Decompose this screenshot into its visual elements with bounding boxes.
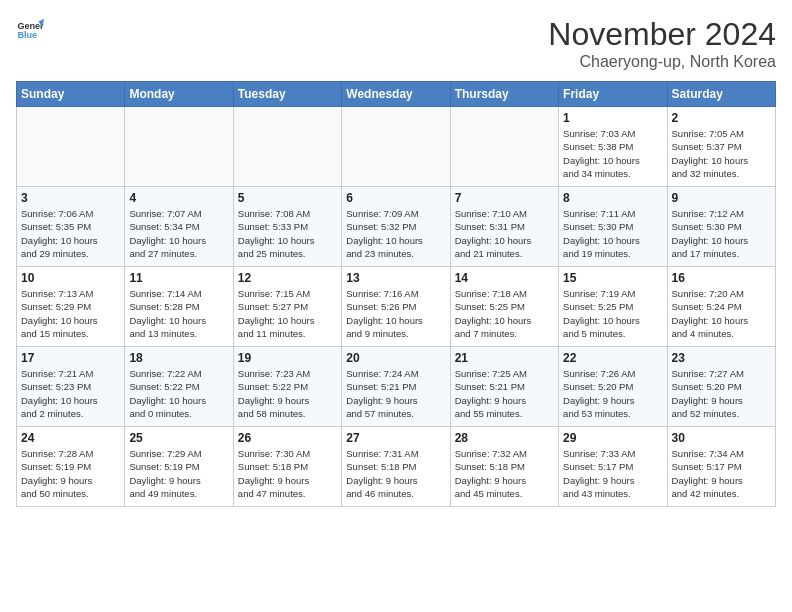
day-info: Sunrise: 7:10 AM Sunset: 5:31 PM Dayligh… bbox=[455, 207, 554, 260]
calendar-cell: 9Sunrise: 7:12 AM Sunset: 5:30 PM Daylig… bbox=[667, 187, 775, 267]
day-info: Sunrise: 7:05 AM Sunset: 5:37 PM Dayligh… bbox=[672, 127, 771, 180]
calendar-cell: 6Sunrise: 7:09 AM Sunset: 5:32 PM Daylig… bbox=[342, 187, 450, 267]
calendar-cell: 20Sunrise: 7:24 AM Sunset: 5:21 PM Dayli… bbox=[342, 347, 450, 427]
day-number: 29 bbox=[563, 431, 662, 445]
calendar-cell: 25Sunrise: 7:29 AM Sunset: 5:19 PM Dayli… bbox=[125, 427, 233, 507]
day-info: Sunrise: 7:33 AM Sunset: 5:17 PM Dayligh… bbox=[563, 447, 662, 500]
calendar-cell: 4Sunrise: 7:07 AM Sunset: 5:34 PM Daylig… bbox=[125, 187, 233, 267]
day-number: 8 bbox=[563, 191, 662, 205]
weekday-header-row: SundayMondayTuesdayWednesdayThursdayFrid… bbox=[17, 82, 776, 107]
day-info: Sunrise: 7:23 AM Sunset: 5:22 PM Dayligh… bbox=[238, 367, 337, 420]
calendar-cell: 5Sunrise: 7:08 AM Sunset: 5:33 PM Daylig… bbox=[233, 187, 341, 267]
weekday-header: Thursday bbox=[450, 82, 558, 107]
svg-text:Blue: Blue bbox=[17, 30, 37, 40]
day-info: Sunrise: 7:27 AM Sunset: 5:20 PM Dayligh… bbox=[672, 367, 771, 420]
day-number: 7 bbox=[455, 191, 554, 205]
calendar-cell: 21Sunrise: 7:25 AM Sunset: 5:21 PM Dayli… bbox=[450, 347, 558, 427]
calendar-cell: 22Sunrise: 7:26 AM Sunset: 5:20 PM Dayli… bbox=[559, 347, 667, 427]
day-number: 6 bbox=[346, 191, 445, 205]
day-number: 27 bbox=[346, 431, 445, 445]
day-number: 24 bbox=[21, 431, 120, 445]
day-info: Sunrise: 7:34 AM Sunset: 5:17 PM Dayligh… bbox=[672, 447, 771, 500]
calendar-cell: 23Sunrise: 7:27 AM Sunset: 5:20 PM Dayli… bbox=[667, 347, 775, 427]
day-info: Sunrise: 7:19 AM Sunset: 5:25 PM Dayligh… bbox=[563, 287, 662, 340]
day-info: Sunrise: 7:03 AM Sunset: 5:38 PM Dayligh… bbox=[563, 127, 662, 180]
day-number: 15 bbox=[563, 271, 662, 285]
day-info: Sunrise: 7:06 AM Sunset: 5:35 PM Dayligh… bbox=[21, 207, 120, 260]
calendar-cell: 18Sunrise: 7:22 AM Sunset: 5:22 PM Dayli… bbox=[125, 347, 233, 427]
day-number: 18 bbox=[129, 351, 228, 365]
calendar-cell: 1Sunrise: 7:03 AM Sunset: 5:38 PM Daylig… bbox=[559, 107, 667, 187]
day-number: 13 bbox=[346, 271, 445, 285]
day-number: 21 bbox=[455, 351, 554, 365]
day-number: 14 bbox=[455, 271, 554, 285]
day-info: Sunrise: 7:32 AM Sunset: 5:18 PM Dayligh… bbox=[455, 447, 554, 500]
calendar-cell bbox=[342, 107, 450, 187]
day-info: Sunrise: 7:16 AM Sunset: 5:26 PM Dayligh… bbox=[346, 287, 445, 340]
day-info: Sunrise: 7:12 AM Sunset: 5:30 PM Dayligh… bbox=[672, 207, 771, 260]
day-info: Sunrise: 7:21 AM Sunset: 5:23 PM Dayligh… bbox=[21, 367, 120, 420]
calendar-cell: 14Sunrise: 7:18 AM Sunset: 5:25 PM Dayli… bbox=[450, 267, 558, 347]
day-info: Sunrise: 7:28 AM Sunset: 5:19 PM Dayligh… bbox=[21, 447, 120, 500]
day-info: Sunrise: 7:22 AM Sunset: 5:22 PM Dayligh… bbox=[129, 367, 228, 420]
calendar-cell: 30Sunrise: 7:34 AM Sunset: 5:17 PM Dayli… bbox=[667, 427, 775, 507]
logo-icon: General Blue bbox=[16, 16, 44, 44]
title-block: November 2024 Chaeryong-up, North Korea bbox=[548, 16, 776, 71]
day-number: 20 bbox=[346, 351, 445, 365]
day-info: Sunrise: 7:29 AM Sunset: 5:19 PM Dayligh… bbox=[129, 447, 228, 500]
day-info: Sunrise: 7:13 AM Sunset: 5:29 PM Dayligh… bbox=[21, 287, 120, 340]
calendar-cell: 26Sunrise: 7:30 AM Sunset: 5:18 PM Dayli… bbox=[233, 427, 341, 507]
calendar-cell: 24Sunrise: 7:28 AM Sunset: 5:19 PM Dayli… bbox=[17, 427, 125, 507]
day-info: Sunrise: 7:30 AM Sunset: 5:18 PM Dayligh… bbox=[238, 447, 337, 500]
calendar-cell: 15Sunrise: 7:19 AM Sunset: 5:25 PM Dayli… bbox=[559, 267, 667, 347]
day-number: 28 bbox=[455, 431, 554, 445]
day-number: 30 bbox=[672, 431, 771, 445]
page-header: General Blue November 2024 Chaeryong-up,… bbox=[16, 16, 776, 71]
weekday-header: Wednesday bbox=[342, 82, 450, 107]
calendar-week-row: 17Sunrise: 7:21 AM Sunset: 5:23 PM Dayli… bbox=[17, 347, 776, 427]
weekday-header: Friday bbox=[559, 82, 667, 107]
day-info: Sunrise: 7:25 AM Sunset: 5:21 PM Dayligh… bbox=[455, 367, 554, 420]
day-info: Sunrise: 7:07 AM Sunset: 5:34 PM Dayligh… bbox=[129, 207, 228, 260]
calendar-cell: 11Sunrise: 7:14 AM Sunset: 5:28 PM Dayli… bbox=[125, 267, 233, 347]
weekday-header: Monday bbox=[125, 82, 233, 107]
day-number: 25 bbox=[129, 431, 228, 445]
day-info: Sunrise: 7:31 AM Sunset: 5:18 PM Dayligh… bbox=[346, 447, 445, 500]
calendar-cell: 10Sunrise: 7:13 AM Sunset: 5:29 PM Dayli… bbox=[17, 267, 125, 347]
weekday-header: Tuesday bbox=[233, 82, 341, 107]
day-number: 26 bbox=[238, 431, 337, 445]
day-number: 22 bbox=[563, 351, 662, 365]
day-info: Sunrise: 7:14 AM Sunset: 5:28 PM Dayligh… bbox=[129, 287, 228, 340]
day-info: Sunrise: 7:26 AM Sunset: 5:20 PM Dayligh… bbox=[563, 367, 662, 420]
day-number: 5 bbox=[238, 191, 337, 205]
weekday-header: Saturday bbox=[667, 82, 775, 107]
calendar-table: SundayMondayTuesdayWednesdayThursdayFrid… bbox=[16, 81, 776, 507]
calendar-week-row: 24Sunrise: 7:28 AM Sunset: 5:19 PM Dayli… bbox=[17, 427, 776, 507]
calendar-cell bbox=[233, 107, 341, 187]
day-number: 16 bbox=[672, 271, 771, 285]
calendar-cell: 8Sunrise: 7:11 AM Sunset: 5:30 PM Daylig… bbox=[559, 187, 667, 267]
day-number: 10 bbox=[21, 271, 120, 285]
day-number: 11 bbox=[129, 271, 228, 285]
logo: General Blue bbox=[16, 16, 44, 44]
calendar-cell: 29Sunrise: 7:33 AM Sunset: 5:17 PM Dayli… bbox=[559, 427, 667, 507]
weekday-header: Sunday bbox=[17, 82, 125, 107]
day-number: 19 bbox=[238, 351, 337, 365]
calendar-week-row: 3Sunrise: 7:06 AM Sunset: 5:35 PM Daylig… bbox=[17, 187, 776, 267]
day-number: 23 bbox=[672, 351, 771, 365]
calendar-cell bbox=[450, 107, 558, 187]
day-info: Sunrise: 7:18 AM Sunset: 5:25 PM Dayligh… bbox=[455, 287, 554, 340]
month-title: November 2024 bbox=[548, 16, 776, 53]
calendar-cell: 12Sunrise: 7:15 AM Sunset: 5:27 PM Dayli… bbox=[233, 267, 341, 347]
day-info: Sunrise: 7:24 AM Sunset: 5:21 PM Dayligh… bbox=[346, 367, 445, 420]
calendar-cell bbox=[125, 107, 233, 187]
day-info: Sunrise: 7:09 AM Sunset: 5:32 PM Dayligh… bbox=[346, 207, 445, 260]
day-number: 1 bbox=[563, 111, 662, 125]
day-number: 2 bbox=[672, 111, 771, 125]
calendar-cell bbox=[17, 107, 125, 187]
day-number: 3 bbox=[21, 191, 120, 205]
day-info: Sunrise: 7:15 AM Sunset: 5:27 PM Dayligh… bbox=[238, 287, 337, 340]
calendar-cell: 28Sunrise: 7:32 AM Sunset: 5:18 PM Dayli… bbox=[450, 427, 558, 507]
calendar-cell: 19Sunrise: 7:23 AM Sunset: 5:22 PM Dayli… bbox=[233, 347, 341, 427]
calendar-cell: 3Sunrise: 7:06 AM Sunset: 5:35 PM Daylig… bbox=[17, 187, 125, 267]
